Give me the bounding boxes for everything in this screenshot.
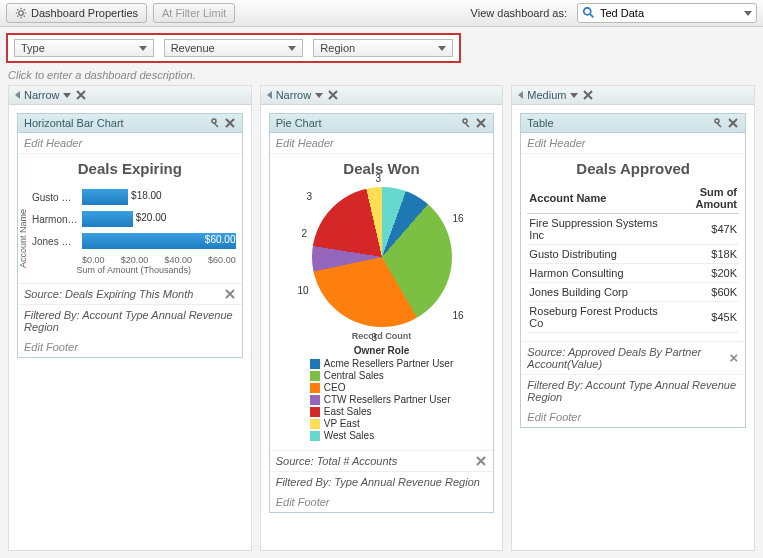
dashboard-description-placeholder[interactable]: Click to enter a dashboard description. bbox=[0, 65, 763, 85]
filter-region[interactable]: Region bbox=[313, 39, 453, 57]
filter-limit-label: At Filter Limit bbox=[162, 7, 226, 19]
close-icon[interactable] bbox=[224, 288, 236, 300]
edit-footer-placeholder[interactable]: Edit Footer bbox=[18, 337, 242, 357]
collapse-icon[interactable] bbox=[518, 91, 523, 99]
close-icon[interactable] bbox=[729, 352, 739, 364]
column-width-label: Narrow bbox=[24, 89, 59, 101]
chevron-down-icon bbox=[438, 46, 446, 51]
view-as-label: View dashboard as: bbox=[471, 7, 567, 19]
chevron-down-icon bbox=[288, 46, 296, 51]
close-icon[interactable] bbox=[727, 117, 739, 129]
widget-deals-won: Pie Chart Edit Header Deals Won 3 16 16 … bbox=[269, 113, 495, 513]
edit-header-placeholder[interactable]: Edit Header bbox=[18, 133, 242, 154]
column-3-header: Medium bbox=[512, 86, 754, 105]
close-icon[interactable] bbox=[224, 117, 236, 129]
filtered-by-label: Filtered By: Account Type Annual Revenue… bbox=[527, 379, 739, 403]
close-icon[interactable] bbox=[75, 89, 87, 101]
gear-icon bbox=[15, 7, 27, 19]
bar-chart: Account Name Gusto Di...$18.00 Harmon C.… bbox=[18, 179, 242, 283]
chevron-down-icon[interactable] bbox=[315, 93, 323, 98]
close-icon[interactable] bbox=[475, 455, 487, 467]
edit-header-placeholder[interactable]: Edit Header bbox=[521, 133, 745, 154]
dashboard-properties-label: Dashboard Properties bbox=[31, 7, 138, 19]
widget-deals-expiring: Horizontal Bar Chart Edit Header Deals E… bbox=[17, 113, 243, 358]
chevron-down-icon[interactable] bbox=[63, 93, 71, 98]
source-label: Source: Total # Accounts bbox=[276, 455, 397, 467]
filter-type[interactable]: Type bbox=[14, 39, 154, 57]
source-label: Source: Deals Expiring This Month bbox=[24, 288, 193, 300]
filter-limit-button[interactable]: At Filter Limit bbox=[153, 3, 235, 23]
filter-bar: Type Revenue Region bbox=[0, 27, 763, 65]
dashboard-properties-button[interactable]: Dashboard Properties bbox=[6, 3, 147, 23]
column-width-label: Medium bbox=[527, 89, 566, 101]
collapse-icon[interactable] bbox=[15, 91, 20, 99]
close-icon[interactable] bbox=[475, 117, 487, 129]
edit-header-placeholder[interactable]: Edit Header bbox=[270, 133, 494, 154]
x-axis-ticks: $0.00$20.00$40.00$60.00 bbox=[32, 255, 236, 265]
widget-type-label: Table bbox=[527, 117, 553, 129]
wrench-icon[interactable] bbox=[208, 117, 220, 129]
widget-title: Deals Won bbox=[270, 154, 494, 179]
svg-point-0 bbox=[19, 11, 24, 16]
pie-legend: Owner Role Acme Resellers Partner User C… bbox=[310, 345, 453, 442]
widget-type-label: Pie Chart bbox=[276, 117, 322, 129]
column-3: Medium Table Edit Header Deals Approved … bbox=[511, 85, 755, 551]
widget-title: Deals Expiring bbox=[18, 154, 242, 179]
data-table: Account NameSum of Amount Fire Suppressi… bbox=[521, 179, 745, 341]
column-width-label: Narrow bbox=[276, 89, 311, 101]
top-toolbar: Dashboard Properties At Filter Limit Vie… bbox=[0, 0, 763, 27]
chevron-down-icon bbox=[139, 46, 147, 51]
close-icon[interactable] bbox=[582, 89, 594, 101]
view-as-user-select[interactable] bbox=[577, 3, 757, 23]
edit-footer-placeholder[interactable]: Edit Footer bbox=[521, 407, 745, 427]
table-row: Harmon Consulting$20K bbox=[527, 264, 739, 283]
widget-title: Deals Approved bbox=[521, 154, 745, 179]
wrench-icon[interactable] bbox=[711, 117, 723, 129]
svg-line-2 bbox=[590, 14, 594, 18]
filtered-by-label: Filtered By: Type Annual Revenue Region bbox=[276, 476, 480, 488]
chevron-down-icon[interactable] bbox=[570, 93, 578, 98]
search-icon bbox=[582, 6, 596, 20]
chevron-down-icon bbox=[744, 11, 752, 16]
table-row: Roseburg Forest Products Co$45K bbox=[527, 302, 739, 333]
column-2-header: Narrow bbox=[261, 86, 503, 105]
column-1-header: Narrow bbox=[9, 86, 251, 105]
wrench-icon[interactable] bbox=[459, 117, 471, 129]
dashboard-columns: Narrow Horizontal Bar Chart Edit Header … bbox=[0, 85, 763, 551]
filtered-by-label: Filtered By: Account Type Annual Revenue… bbox=[24, 309, 236, 333]
filter-row-highlight: Type Revenue Region bbox=[6, 33, 461, 63]
table-row: Fire Suppression Systems Inc$47K bbox=[527, 214, 739, 245]
filter-revenue[interactable]: Revenue bbox=[164, 39, 304, 57]
source-label: Source: Approved Deals By Partner Accoun… bbox=[527, 346, 729, 370]
widget-type-label: Horizontal Bar Chart bbox=[24, 117, 124, 129]
y-axis-label: Account Name bbox=[18, 209, 28, 268]
widget-deals-approved: Table Edit Header Deals Approved Account… bbox=[520, 113, 746, 428]
edit-footer-placeholder[interactable]: Edit Footer bbox=[270, 492, 494, 512]
column-2: Narrow Pie Chart Edit Header Deals Won bbox=[260, 85, 504, 551]
close-icon[interactable] bbox=[327, 89, 339, 101]
x-axis-label: Sum of Amount (Thousands) bbox=[32, 265, 236, 275]
collapse-icon[interactable] bbox=[267, 91, 272, 99]
table-row: Jones Building Corp$60K bbox=[527, 283, 739, 302]
pie-axis-label: Record Count bbox=[352, 331, 412, 341]
svg-point-1 bbox=[584, 8, 591, 15]
pie-chart: 3 16 16 3 10 2 3 Record Count Owner Role… bbox=[270, 179, 494, 450]
column-1: Narrow Horizontal Bar Chart Edit Header … bbox=[8, 85, 252, 551]
table-row: Gusto Distributing$18K bbox=[527, 245, 739, 264]
view-as-user-input[interactable] bbox=[600, 7, 740, 19]
